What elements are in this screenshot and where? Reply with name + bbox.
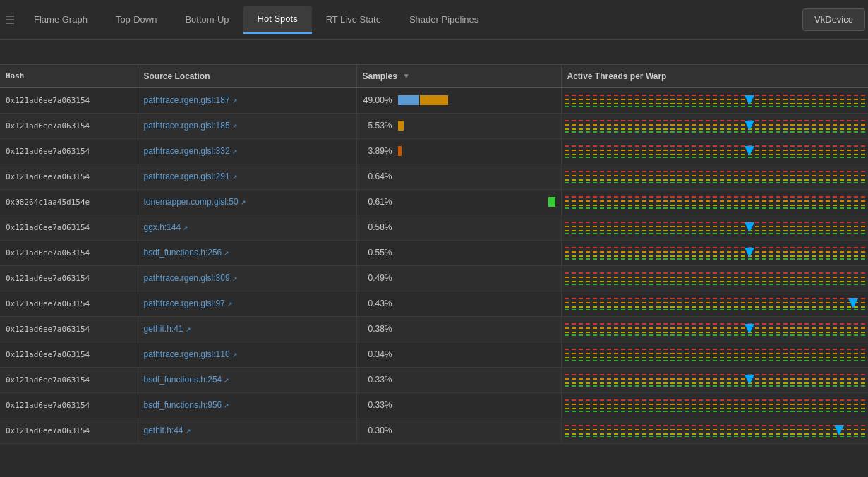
warp-line-red — [565, 298, 866, 299]
table-row: 0x121ad6ee7a063154bsdf_functions.h:254↗0… — [0, 367, 868, 392]
cell-samples: 0.61% — [356, 189, 561, 215]
col-header-threads[interactable]: Active Threads per Warp — [561, 65, 868, 87]
source-link[interactable]: ggx.h:144 — [144, 222, 181, 232]
funnel-marker — [745, 95, 754, 105]
external-link-icon: ↗ — [232, 97, 239, 104]
source-link[interactable]: tonemapper.comp.glsl:50 — [144, 197, 239, 207]
cell-source: gethit.h:41↗ — [138, 316, 356, 342]
warp-visualization — [565, 246, 866, 260]
warp-line-red — [565, 349, 866, 350]
table-container[interactable]: Hash Source Location Samples ▼ Active Th… — [0, 65, 868, 477]
external-link-icon: ↗ — [224, 250, 231, 257]
pct-value: 5.53% — [363, 121, 392, 131]
cell-threads — [561, 113, 868, 138]
cell-source: ggx.h:144↗ — [138, 215, 356, 240]
tab-flame-graph[interactable]: Flame Graph — [20, 6, 102, 34]
warp-visualization — [565, 271, 866, 285]
warp-line-orange — [565, 327, 866, 329]
source-link[interactable]: gethit.h:41 — [144, 324, 183, 334]
funnel-marker — [848, 298, 858, 308]
warp-line-red — [565, 120, 866, 121]
funnel-marker — [745, 146, 754, 156]
pct-value: 0.64% — [363, 171, 392, 181]
bar-container — [398, 247, 555, 258]
cell-threads — [561, 138, 868, 164]
warp-line-green — [565, 131, 866, 133]
warp-line-yellow — [565, 332, 866, 333]
funnel-marker — [745, 121, 754, 131]
tab-shader-pipelines[interactable]: Shader Pipelines — [395, 6, 493, 34]
external-link-icon: ↗ — [241, 199, 248, 206]
bar-container — [398, 374, 555, 385]
pct-value: 0.55% — [363, 248, 392, 258]
cell-threads — [561, 189, 868, 215]
warp-line-orange — [565, 99, 866, 100]
cell-threads — [561, 367, 868, 392]
source-link[interactable]: bsdf_functions.h:254 — [144, 375, 222, 385]
warp-visualization — [565, 169, 866, 183]
source-link[interactable]: pathtrace.rgen.glsl:309 — [144, 273, 230, 283]
warp-line-yellow — [565, 433, 866, 435]
tab-bottom-up[interactable]: Bottom-Up — [171, 6, 243, 34]
source-link[interactable]: pathtrace.rgen.glsl:185 — [144, 121, 230, 131]
table-row: 0x08264c1aa45d154etonemapper.comp.glsl:5… — [0, 189, 868, 215]
tab-top-down[interactable]: Top-Down — [102, 6, 171, 34]
cell-samples: 49.00% — [356, 87, 561, 113]
source-link[interactable]: pathtrace.rgen.glsl:291 — [144, 171, 230, 181]
source-link[interactable]: bsdf_functions.h:956 — [144, 400, 222, 410]
source-link[interactable]: bsdf_functions.h:256 — [144, 248, 222, 258]
table-row: 0x121ad6ee7a063154ggx.h:144↗0.58% — [0, 215, 868, 240]
warp-line-green — [565, 411, 866, 412]
warp-line-green — [565, 106, 866, 107]
warp-line-orange — [565, 200, 866, 202]
table-row: 0x121ad6ee7a063154pathtrace.rgen.glsl:18… — [0, 113, 868, 138]
warp-line-red — [565, 145, 866, 147]
cell-source: bsdf_functions.h:256↗ — [138, 240, 356, 265]
cell-hash: 0x121ad6ee7a063154 — [0, 215, 138, 240]
warp-visualization — [565, 398, 866, 412]
cell-threads — [561, 418, 868, 443]
cell-source: pathtrace.rgen.glsl:185↗ — [138, 113, 356, 138]
table-row: 0x121ad6ee7a063154gethit.h:44↗0.30% — [0, 418, 868, 443]
table-row: 0x121ad6ee7a063154pathtrace.rgen.glsl:18… — [0, 87, 868, 113]
source-link[interactable]: pathtrace.rgen.glsl:110 — [144, 349, 230, 359]
external-link-icon: ↗ — [232, 174, 239, 181]
bar-container — [398, 145, 555, 157]
cell-threads — [561, 265, 868, 291]
cell-samples: 5.53% — [356, 113, 561, 138]
source-link[interactable]: pathtrace.rgen.glsl:187 — [144, 95, 230, 105]
bar-segment — [398, 146, 402, 156]
pct-value: 0.33% — [363, 375, 392, 385]
tab-hot-spots[interactable]: Hot Spots — [243, 6, 312, 34]
warp-line-green — [565, 385, 866, 387]
warp-visualization — [565, 93, 866, 107]
warp-line-orange — [565, 277, 866, 278]
cell-hash: 0x121ad6ee7a063154 — [0, 418, 138, 443]
bar-segment — [420, 95, 448, 105]
bar-container — [398, 298, 555, 309]
source-link[interactable]: pathtrace.rgen.glsl:332 — [144, 146, 230, 156]
table-body: 0x121ad6ee7a063154pathtrace.rgen.glsl:18… — [0, 87, 868, 443]
bar-container — [398, 425, 555, 436]
external-link-icon: ↗ — [232, 275, 239, 282]
warp-line-orange — [565, 302, 866, 303]
warp-line-yellow — [565, 306, 866, 308]
col-header-samples[interactable]: Samples ▼ — [356, 65, 561, 87]
warp-line-red — [565, 272, 866, 274]
tab-bar: Flame Graph Top-Down Bottom-Up Hot Spots… — [0, 0, 868, 40]
col-header-hash[interactable]: Hash — [0, 65, 138, 87]
col-header-source[interactable]: Source Location — [138, 65, 356, 87]
bar-segment — [398, 121, 404, 131]
tab-vkdevice[interactable]: VkDevice — [802, 8, 865, 31]
table-row: 0x121ad6ee7a063154pathtrace.rgen.glsl:30… — [0, 265, 868, 291]
source-link[interactable]: gethit.h:44 — [144, 425, 183, 435]
external-link-icon: ↗ — [232, 123, 239, 130]
table-row: 0x121ad6ee7a063154bsdf_functions.h:956↗0… — [0, 392, 868, 418]
pct-value: 0.49% — [363, 273, 392, 283]
funnel-marker — [745, 248, 754, 258]
warp-line-green — [565, 309, 866, 310]
warp-line-red — [565, 399, 866, 401]
tab-rt-live-state[interactable]: RT Live State — [312, 6, 395, 34]
table-row: 0x121ad6ee7a063154pathtrace.rgen.glsl:33… — [0, 138, 868, 164]
source-link[interactable]: pathtrace.rgen.glsl:97 — [144, 298, 225, 308]
